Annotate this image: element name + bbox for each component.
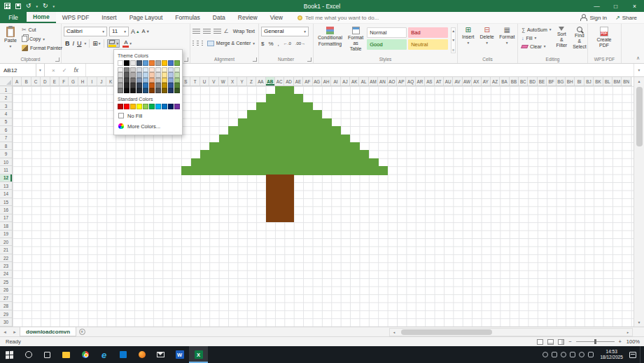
color-swatch[interactable] [155,104,161,109]
color-swatch[interactable] [130,83,136,88]
column-header-am[interactable]: AM [369,77,378,85]
create-pdf-button[interactable]: PDF Create PDF [590,25,618,49]
column-header-ay[interactable]: AY [482,77,491,85]
color-swatch[interactable] [124,83,130,88]
tray-network-icon[interactable] [570,352,575,357]
column-header-bi[interactable]: BI [575,77,584,85]
column-header-aj[interactable]: AJ [341,77,350,85]
column-header-bc[interactable]: BC [519,77,528,85]
color-swatch[interactable] [149,78,155,83]
row-header-5[interactable]: 5 [0,118,12,126]
column-header-f[interactable]: F [59,77,69,85]
color-swatch[interactable] [143,104,148,109]
scroll-down-icon[interactable]: ▼ [634,318,644,327]
taskbar-chrome-icon[interactable] [76,346,94,363]
taskbar-edge-icon[interactable]: e [94,346,113,363]
color-swatch[interactable] [168,60,174,66]
color-swatch[interactable] [136,78,142,83]
tray-onedrive-icon[interactable] [552,352,557,357]
taskbar-mail-icon[interactable] [151,346,170,363]
sheet-nav-right-icon[interactable]: ▸ [10,327,20,336]
color-swatch[interactable] [118,67,123,73]
column-header-h[interactable]: H [78,77,88,85]
color-swatch[interactable] [174,83,180,88]
zoom-in-icon[interactable]: + [619,338,622,345]
column-header-b[interactable]: B [22,77,31,85]
color-swatch[interactable] [162,88,167,94]
column-header-ax[interactable]: AX [472,77,481,85]
underline-button[interactable]: U [77,40,82,47]
column-header-ak[interactable]: AK [350,77,359,85]
row-header-7[interactable]: 7 [0,135,12,142]
color-swatch[interactable] [162,104,167,109]
format-cells-button[interactable]: ▦ Format ▾ [498,25,517,47]
column-header-ab[interactable]: AB [266,77,275,85]
taskbar-firefox-icon[interactable] [132,346,151,363]
cut-button[interactable]: ✂ Cut [20,25,64,34]
tab-page-layout[interactable]: Page Layout [123,12,169,23]
tray-volume-icon[interactable] [579,352,584,357]
color-swatch[interactable] [162,78,167,83]
tab-formulas[interactable]: Formulas [169,12,206,23]
copy-button[interactable]: Copy ▾ [20,34,64,43]
color-swatch[interactable] [136,67,142,73]
color-swatch[interactable] [155,78,161,83]
row-header-11[interactable]: 11 [0,166,12,174]
tab-data[interactable]: Data [206,12,232,23]
align-center-icon[interactable] [197,41,198,46]
color-swatch[interactable] [155,72,161,78]
color-swatch[interactable] [136,83,142,88]
row-header-29[interactable]: 29 [0,310,12,318]
tab-home[interactable]: Home [27,12,56,23]
font-dialog-launcher-icon[interactable] [184,57,188,62]
tray-security-icon[interactable] [561,352,566,357]
color-swatch[interactable] [118,60,123,66]
color-swatch[interactable] [174,104,180,109]
color-swatch[interactable] [124,78,130,83]
accounting-format-button[interactable]: $ [261,41,264,47]
decrease-decimal-button[interactable]: .00→ [295,41,305,46]
column-header-al[interactable]: AL [359,77,368,85]
minimize-button[interactable]: — [587,0,606,12]
column-header-e[interactable]: E [50,77,59,85]
clear-button[interactable]: Clear ▾ [520,42,553,50]
color-swatch[interactable] [174,88,180,94]
zoom-slider[interactable] [576,341,615,342]
cancel-icon[interactable]: × [52,67,55,74]
row-header-25[interactable]: 25 [0,278,12,286]
column-header-j[interactable]: J [97,77,106,85]
horizontal-scroll-thumb[interactable] [401,329,492,335]
zoom-out-icon[interactable]: − [568,338,571,345]
merge-center-button[interactable]: Merge & Center ▾ [206,39,256,48]
scroll-up-icon[interactable]: ▲ [634,77,644,85]
column-header-ag[interactable]: AG [313,77,322,85]
color-swatch[interactable] [168,88,174,94]
column-header-af[interactable]: AF [303,77,312,85]
row-header-22[interactable]: 22 [0,254,12,262]
page-layout-view-icon[interactable] [547,339,554,345]
vertical-scrollbar[interactable]: ▲ ▼ [634,77,644,327]
color-swatch[interactable] [168,104,174,109]
column-header-bf[interactable]: BF [547,77,556,85]
clipboard-dialog-launcher-icon[interactable] [55,57,59,62]
gallery-more-icon[interactable]: ≡ [452,48,454,52]
column-header-ad[interactable]: AD [284,77,293,85]
column-header-ah[interactable]: AH [322,77,331,85]
column-header-aa[interactable]: AA [256,77,265,85]
action-center-icon[interactable] [629,352,636,358]
color-swatch[interactable] [136,104,142,109]
page-break-view-icon[interactable] [558,339,564,345]
color-swatch[interactable] [124,60,130,66]
qat-customize-icon[interactable]: ▾ [53,4,55,8]
color-swatch[interactable] [168,67,174,73]
row-header-26[interactable]: 26 [0,287,12,294]
redo-button[interactable]: ↻ [43,3,48,9]
enter-check-icon[interactable]: ✓ [62,67,67,74]
grow-font-button[interactable]: A▲ [131,28,139,35]
column-header-au[interactable]: AU [444,77,453,85]
name-box[interactable]: AB12 [0,64,36,76]
close-button[interactable]: × [625,0,644,12]
format-as-table-button[interactable]: Format as Table [346,25,365,53]
color-swatch[interactable] [149,88,155,94]
color-swatch[interactable] [130,78,136,83]
